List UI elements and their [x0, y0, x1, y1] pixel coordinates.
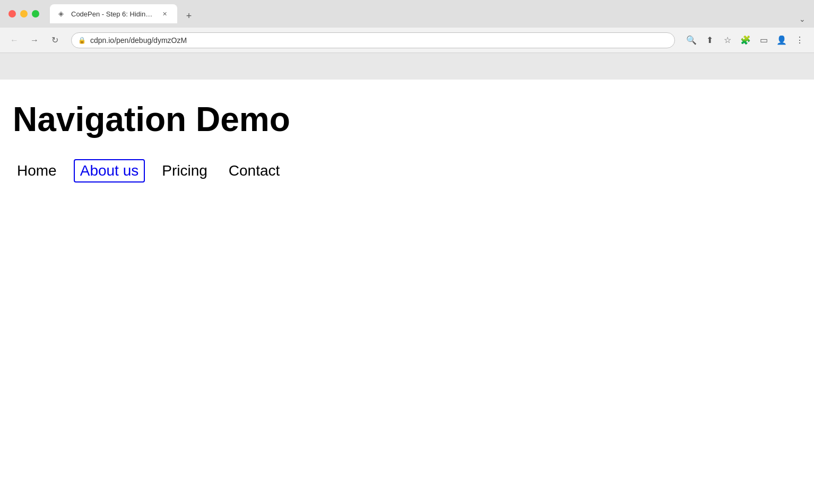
tab-title: CodePen - Step 6: Hiding the l [71, 10, 156, 18]
traffic-lights [8, 10, 39, 18]
nav-item-home[interactable]: Home [13, 160, 61, 181]
tab-close-button[interactable]: ✕ [160, 10, 169, 18]
title-bar: ◈ CodePen - Step 6: Hiding the l ✕ + ⌄ [0, 0, 814, 28]
nav-item-contact[interactable]: Contact [224, 160, 284, 181]
nav-item-pricing[interactable]: Pricing [158, 160, 212, 181]
address-bar[interactable]: 🔒 cdpn.io/pen/debug/dymzOzM [71, 32, 675, 48]
close-window-button[interactable] [8, 10, 16, 18]
profile-button[interactable]: 👤 [774, 32, 790, 48]
url-text: cdpn.io/pen/debug/dymzOzM [90, 36, 668, 45]
codepen-tab-icon: ◈ [58, 10, 67, 18]
back-button[interactable]: ← [6, 32, 22, 48]
minimize-window-button[interactable] [20, 10, 28, 18]
browser-tab[interactable]: ◈ CodePen - Step 6: Hiding the l ✕ [50, 4, 177, 23]
extensions-button[interactable]: 🧩 [738, 32, 754, 48]
page-title: Navigation Demo [13, 101, 801, 138]
reload-button[interactable]: ↻ [47, 32, 63, 48]
forward-button[interactable]: → [27, 32, 42, 48]
browser-menu-button[interactable]: ⋮ [792, 32, 808, 48]
nav-item-about[interactable]: About us [74, 159, 145, 183]
tab-expand-button[interactable]: ⌄ [799, 15, 806, 23]
search-button[interactable]: 🔍 [683, 32, 699, 48]
maximize-window-button[interactable] [32, 10, 39, 18]
tab-bar: ◈ CodePen - Step 6: Hiding the l ✕ + ⌄ [50, 4, 806, 23]
new-tab-button[interactable]: + [181, 8, 196, 23]
share-button[interactable]: ⬆ [702, 32, 717, 48]
page-content: Navigation Demo Home About us Pricing Co… [0, 80, 814, 504]
lock-icon: 🔒 [78, 37, 86, 44]
navigation-bar: ← → ↻ 🔒 cdpn.io/pen/debug/dymzOzM 🔍 ⬆ ☆ … [0, 28, 814, 53]
browser-actions: 🔍 ⬆ ☆ 🧩 ▭ 👤 ⋮ [683, 32, 808, 48]
sidebar-toggle-button[interactable]: ▭ [756, 32, 772, 48]
navigation-menu: Home About us Pricing Contact [13, 159, 801, 183]
bookmark-button[interactable]: ☆ [720, 32, 735, 48]
browser-chrome: ◈ CodePen - Step 6: Hiding the l ✕ + ⌄ ←… [0, 0, 814, 80]
